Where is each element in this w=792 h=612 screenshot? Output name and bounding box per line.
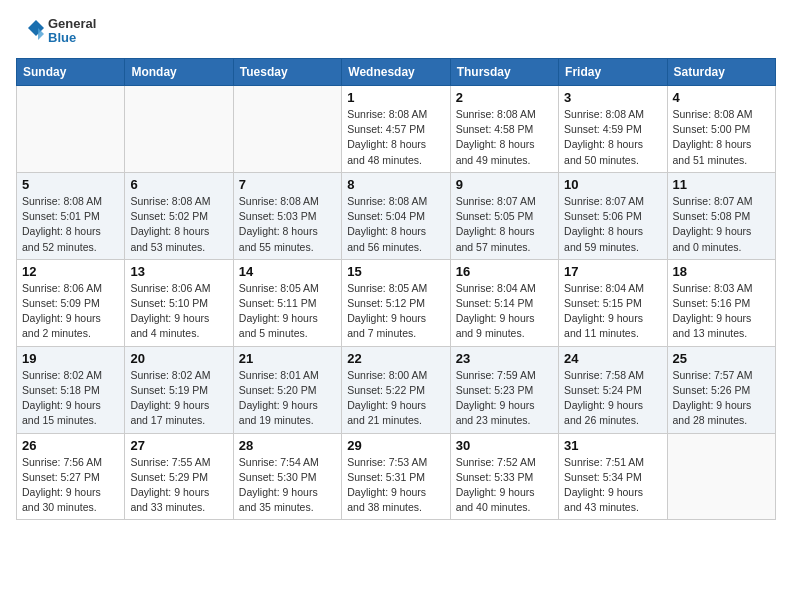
day-info: Sunrise: 8:08 AMSunset: 5:00 PMDaylight:… — [673, 107, 770, 168]
calendar-week-5: 26Sunrise: 7:56 AMSunset: 5:27 PMDayligh… — [17, 433, 776, 520]
day-header-thursday: Thursday — [450, 59, 558, 86]
day-number: 9 — [456, 177, 553, 192]
day-info: Sunrise: 8:08 AMSunset: 5:01 PMDaylight:… — [22, 194, 119, 255]
calendar-cell: 25Sunrise: 7:57 AMSunset: 5:26 PMDayligh… — [667, 346, 775, 433]
calendar-cell: 24Sunrise: 7:58 AMSunset: 5:24 PMDayligh… — [559, 346, 667, 433]
day-info: Sunrise: 8:07 AMSunset: 5:06 PMDaylight:… — [564, 194, 661, 255]
day-info: Sunrise: 8:03 AMSunset: 5:16 PMDaylight:… — [673, 281, 770, 342]
day-info: Sunrise: 8:08 AMSunset: 4:59 PMDaylight:… — [564, 107, 661, 168]
calendar-cell: 18Sunrise: 8:03 AMSunset: 5:16 PMDayligh… — [667, 259, 775, 346]
day-info: Sunrise: 7:56 AMSunset: 5:27 PMDaylight:… — [22, 455, 119, 516]
calendar-cell: 11Sunrise: 8:07 AMSunset: 5:08 PMDayligh… — [667, 172, 775, 259]
day-info: Sunrise: 8:07 AMSunset: 5:05 PMDaylight:… — [456, 194, 553, 255]
logo-line1: General — [48, 17, 96, 31]
day-number: 4 — [673, 90, 770, 105]
day-info: Sunrise: 8:06 AMSunset: 5:10 PMDaylight:… — [130, 281, 227, 342]
day-number: 10 — [564, 177, 661, 192]
calendar-cell: 26Sunrise: 7:56 AMSunset: 5:27 PMDayligh… — [17, 433, 125, 520]
day-info: Sunrise: 8:04 AMSunset: 5:14 PMDaylight:… — [456, 281, 553, 342]
calendar-header: SundayMondayTuesdayWednesdayThursdayFrid… — [17, 59, 776, 86]
day-info: Sunrise: 8:01 AMSunset: 5:20 PMDaylight:… — [239, 368, 336, 429]
day-header-friday: Friday — [559, 59, 667, 86]
calendar-cell: 7Sunrise: 8:08 AMSunset: 5:03 PMDaylight… — [233, 172, 341, 259]
day-info: Sunrise: 8:08 AMSunset: 5:03 PMDaylight:… — [239, 194, 336, 255]
day-info: Sunrise: 8:02 AMSunset: 5:18 PMDaylight:… — [22, 368, 119, 429]
day-info: Sunrise: 8:08 AMSunset: 4:57 PMDaylight:… — [347, 107, 444, 168]
day-info: Sunrise: 7:55 AMSunset: 5:29 PMDaylight:… — [130, 455, 227, 516]
day-number: 21 — [239, 351, 336, 366]
calendar-cell: 23Sunrise: 7:59 AMSunset: 5:23 PMDayligh… — [450, 346, 558, 433]
day-info: Sunrise: 7:52 AMSunset: 5:33 PMDaylight:… — [456, 455, 553, 516]
calendar-cell: 28Sunrise: 7:54 AMSunset: 5:30 PMDayligh… — [233, 433, 341, 520]
calendar-cell: 12Sunrise: 8:06 AMSunset: 5:09 PMDayligh… — [17, 259, 125, 346]
day-info: Sunrise: 8:08 AMSunset: 5:02 PMDaylight:… — [130, 194, 227, 255]
calendar-week-4: 19Sunrise: 8:02 AMSunset: 5:18 PMDayligh… — [17, 346, 776, 433]
day-number: 24 — [564, 351, 661, 366]
calendar-table: SundayMondayTuesdayWednesdayThursdayFrid… — [16, 58, 776, 520]
calendar-cell — [17, 86, 125, 173]
day-header-sunday: Sunday — [17, 59, 125, 86]
day-number: 11 — [673, 177, 770, 192]
day-number: 5 — [22, 177, 119, 192]
calendar-cell: 31Sunrise: 7:51 AMSunset: 5:34 PMDayligh… — [559, 433, 667, 520]
day-info: Sunrise: 7:59 AMSunset: 5:23 PMDaylight:… — [456, 368, 553, 429]
day-header-wednesday: Wednesday — [342, 59, 450, 86]
day-number: 12 — [22, 264, 119, 279]
day-info: Sunrise: 7:58 AMSunset: 5:24 PMDaylight:… — [564, 368, 661, 429]
day-info: Sunrise: 7:57 AMSunset: 5:26 PMDaylight:… — [673, 368, 770, 429]
day-info: Sunrise: 7:54 AMSunset: 5:30 PMDaylight:… — [239, 455, 336, 516]
calendar-cell: 16Sunrise: 8:04 AMSunset: 5:14 PMDayligh… — [450, 259, 558, 346]
day-info: Sunrise: 8:04 AMSunset: 5:15 PMDaylight:… — [564, 281, 661, 342]
calendar-cell: 20Sunrise: 8:02 AMSunset: 5:19 PMDayligh… — [125, 346, 233, 433]
day-info: Sunrise: 8:07 AMSunset: 5:08 PMDaylight:… — [673, 194, 770, 255]
calendar-week-1: 1Sunrise: 8:08 AMSunset: 4:57 PMDaylight… — [17, 86, 776, 173]
calendar-cell: 21Sunrise: 8:01 AMSunset: 5:20 PMDayligh… — [233, 346, 341, 433]
day-info: Sunrise: 8:08 AMSunset: 4:58 PMDaylight:… — [456, 107, 553, 168]
day-info: Sunrise: 8:08 AMSunset: 5:04 PMDaylight:… — [347, 194, 444, 255]
day-number: 6 — [130, 177, 227, 192]
day-info: Sunrise: 7:53 AMSunset: 5:31 PMDaylight:… — [347, 455, 444, 516]
calendar-cell: 22Sunrise: 8:00 AMSunset: 5:22 PMDayligh… — [342, 346, 450, 433]
day-number: 23 — [456, 351, 553, 366]
day-number: 22 — [347, 351, 444, 366]
day-info: Sunrise: 8:05 AMSunset: 5:12 PMDaylight:… — [347, 281, 444, 342]
day-number: 18 — [673, 264, 770, 279]
day-header-tuesday: Tuesday — [233, 59, 341, 86]
day-number: 13 — [130, 264, 227, 279]
calendar-cell — [125, 86, 233, 173]
calendar-cell — [233, 86, 341, 173]
day-number: 17 — [564, 264, 661, 279]
day-number: 1 — [347, 90, 444, 105]
calendar-cell: 5Sunrise: 8:08 AMSunset: 5:01 PMDaylight… — [17, 172, 125, 259]
calendar-cell: 29Sunrise: 7:53 AMSunset: 5:31 PMDayligh… — [342, 433, 450, 520]
day-number: 20 — [130, 351, 227, 366]
calendar-cell: 4Sunrise: 8:08 AMSunset: 5:00 PMDaylight… — [667, 86, 775, 173]
day-number: 25 — [673, 351, 770, 366]
calendar-cell: 3Sunrise: 8:08 AMSunset: 4:59 PMDaylight… — [559, 86, 667, 173]
calendar-cell: 6Sunrise: 8:08 AMSunset: 5:02 PMDaylight… — [125, 172, 233, 259]
calendar-cell: 15Sunrise: 8:05 AMSunset: 5:12 PMDayligh… — [342, 259, 450, 346]
day-number: 16 — [456, 264, 553, 279]
logo-line2: Blue — [48, 31, 96, 45]
logo: General Blue — [16, 16, 96, 46]
calendar-cell: 9Sunrise: 8:07 AMSunset: 5:05 PMDaylight… — [450, 172, 558, 259]
day-info: Sunrise: 7:51 AMSunset: 5:34 PMDaylight:… — [564, 455, 661, 516]
calendar-cell: 14Sunrise: 8:05 AMSunset: 5:11 PMDayligh… — [233, 259, 341, 346]
page-header: General Blue — [16, 16, 776, 46]
day-info: Sunrise: 8:00 AMSunset: 5:22 PMDaylight:… — [347, 368, 444, 429]
calendar-cell: 2Sunrise: 8:08 AMSunset: 4:58 PMDaylight… — [450, 86, 558, 173]
day-number: 28 — [239, 438, 336, 453]
day-info: Sunrise: 8:05 AMSunset: 5:11 PMDaylight:… — [239, 281, 336, 342]
calendar-cell: 27Sunrise: 7:55 AMSunset: 5:29 PMDayligh… — [125, 433, 233, 520]
day-number: 15 — [347, 264, 444, 279]
day-header-saturday: Saturday — [667, 59, 775, 86]
day-number: 31 — [564, 438, 661, 453]
day-number: 7 — [239, 177, 336, 192]
day-number: 8 — [347, 177, 444, 192]
calendar-cell: 17Sunrise: 8:04 AMSunset: 5:15 PMDayligh… — [559, 259, 667, 346]
calendar-cell: 10Sunrise: 8:07 AMSunset: 5:06 PMDayligh… — [559, 172, 667, 259]
calendar-cell: 19Sunrise: 8:02 AMSunset: 5:18 PMDayligh… — [17, 346, 125, 433]
day-number: 30 — [456, 438, 553, 453]
calendar-cell: 1Sunrise: 8:08 AMSunset: 4:57 PMDaylight… — [342, 86, 450, 173]
day-number: 14 — [239, 264, 336, 279]
